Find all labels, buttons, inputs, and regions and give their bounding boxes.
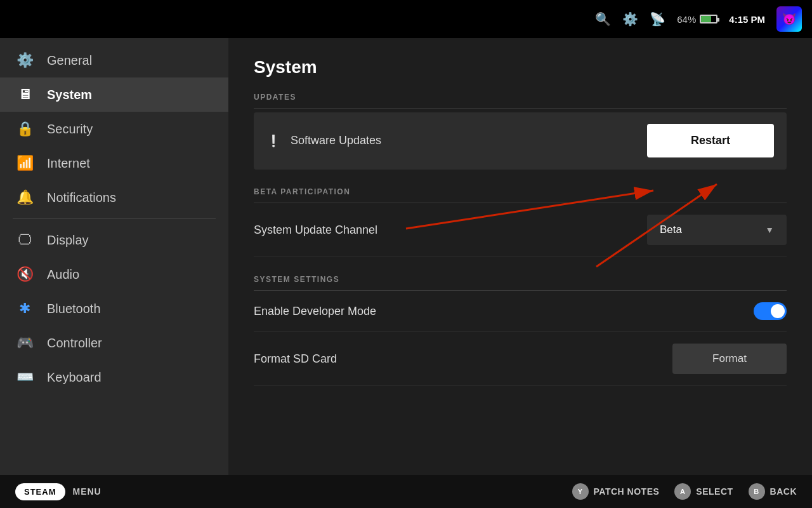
lock-icon: 🔒 [15, 121, 34, 137]
software-updates-label: Software Updates [291, 134, 637, 147]
sidebar-item-bluetooth[interactable]: ✱ Bluetooth [0, 291, 228, 326]
sidebar-item-label: Controller [47, 336, 102, 351]
bottom-actions: Y PATCH NOTES A SELECT B BACK [572, 483, 797, 500]
controller-icon: 🎮 [15, 335, 34, 351]
back-label: BACK [770, 486, 797, 497]
avatar[interactable]: 😈 [776, 6, 802, 32]
format-button[interactable]: Format [672, 344, 787, 374]
system-settings-section: SYSTEM SETTINGS Enable Developer Mode Fo… [254, 275, 787, 386]
sidebar-item-system[interactable]: 🖥 System [0, 77, 228, 112]
a-button[interactable]: A [674, 483, 691, 500]
sidebar-item-label: Notifications [47, 190, 116, 205]
content-area: System UPDATES ❕ Software Updates Restar… [228, 38, 812, 475]
sidebar-item-internet[interactable]: 📶 Internet [0, 146, 228, 180]
sidebar-item-label: Internet [47, 156, 90, 171]
avatar-emoji: 😈 [782, 12, 796, 26]
sidebar-item-notifications[interactable]: 🔔 Notifications [0, 180, 228, 215]
sidebar-item-security[interactable]: 🔒 Security [0, 112, 228, 146]
beta-section-label: BETA PARTICIPATION [254, 187, 787, 203]
broadcast-icon: 📡 [650, 11, 665, 27]
sidebar-item-label: Bluetooth [47, 302, 101, 316]
sidebar-item-controller[interactable]: 🎮 Controller [0, 326, 228, 360]
page-title: System [254, 57, 787, 77]
sidebar-item-label: Security [47, 122, 93, 137]
software-updates-row: ❕ Software Updates Restart [254, 112, 787, 170]
select-label: SELECT [696, 486, 733, 497]
sidebar-item-label: General [47, 53, 92, 68]
sidebar-item-display[interactable]: 🖵 Display [0, 223, 228, 257]
keyboard-icon: ⌨️ [15, 369, 34, 385]
patch-notes-label: PATCH NOTES [594, 486, 660, 497]
wifi-icon: 📶 [15, 155, 34, 171]
sidebar-item-label: Audio [47, 267, 79, 282]
settings-icon[interactable]: ⚙️ [622, 11, 638, 27]
clock: 4:15 PM [729, 14, 765, 25]
topbar: 🔍 ⚙️ 📡 64% 4:15 PM 😈 [0, 0, 812, 38]
sidebar: ⚙️ General 🖥 System 🔒 Security 📶 Interne… [0, 38, 228, 475]
main-layout: ⚙️ General 🖥 System 🔒 Security 📶 Interne… [0, 38, 812, 475]
gear-icon: ⚙️ [15, 52, 34, 69]
channel-dropdown[interactable]: Beta ▼ [647, 215, 787, 245]
restart-button[interactable]: Restart [647, 124, 774, 157]
updates-section: UPDATES ❕ Software Updates Restart [254, 93, 787, 170]
menu-label: MENU [73, 486, 572, 497]
battery-percent: 64% [677, 14, 696, 25]
beta-section: BETA PARTICIPATION System Update Channel… [254, 187, 787, 257]
developer-mode-toggle[interactable] [754, 302, 787, 320]
steam-button[interactable]: STEAM [15, 483, 65, 500]
sidebar-item-keyboard[interactable]: ⌨️ Keyboard [0, 360, 228, 394]
channel-label: System Update Channel [254, 224, 637, 237]
format-sd-row: Format SD Card Format [254, 332, 787, 386]
bottombar: STEAM MENU Y PATCH NOTES A SELECT B BACK [0, 475, 812, 508]
display-icon: 🖵 [15, 232, 34, 248]
monitor-icon: 🖥 [15, 86, 34, 103]
battery-bar [700, 15, 717, 23]
sidebar-item-general[interactable]: ⚙️ General [0, 43, 228, 77]
channel-value: Beta [660, 224, 682, 236]
updates-section-label: UPDATES [254, 93, 787, 108]
bell-icon: 🔔 [15, 189, 34, 206]
battery-indicator: 64% [677, 14, 717, 25]
developer-mode-toggle-wrap [754, 302, 787, 320]
format-sd-label: Format SD Card [254, 352, 662, 366]
battery-fill [701, 16, 710, 22]
channel-row: System Update Channel Beta ▼ [254, 203, 787, 257]
audio-icon: 🔇 [15, 266, 34, 283]
sidebar-item-label: System [47, 88, 92, 102]
sidebar-item-label: Keyboard [47, 370, 102, 385]
bluetooth-icon: ✱ [15, 300, 34, 317]
system-settings-label: SYSTEM SETTINGS [254, 275, 787, 290]
select-action[interactable]: A SELECT [674, 483, 733, 500]
b-button[interactable]: B [749, 483, 765, 500]
updates-divider [254, 108, 787, 109]
sidebar-item-label: Display [47, 233, 89, 248]
y-button[interactable]: Y [572, 483, 589, 500]
sidebar-divider [13, 218, 216, 219]
update-warning-icon: ❕ [266, 134, 280, 148]
developer-mode-label: Enable Developer Mode [254, 305, 743, 318]
sidebar-item-audio[interactable]: 🔇 Audio [0, 257, 228, 291]
back-action[interactable]: B BACK [749, 483, 797, 500]
search-icon[interactable]: 🔍 [595, 11, 611, 27]
chevron-down-icon: ▼ [765, 225, 774, 235]
patch-notes-action[interactable]: Y PATCH NOTES [572, 483, 660, 500]
developer-mode-row: Enable Developer Mode [254, 291, 787, 332]
